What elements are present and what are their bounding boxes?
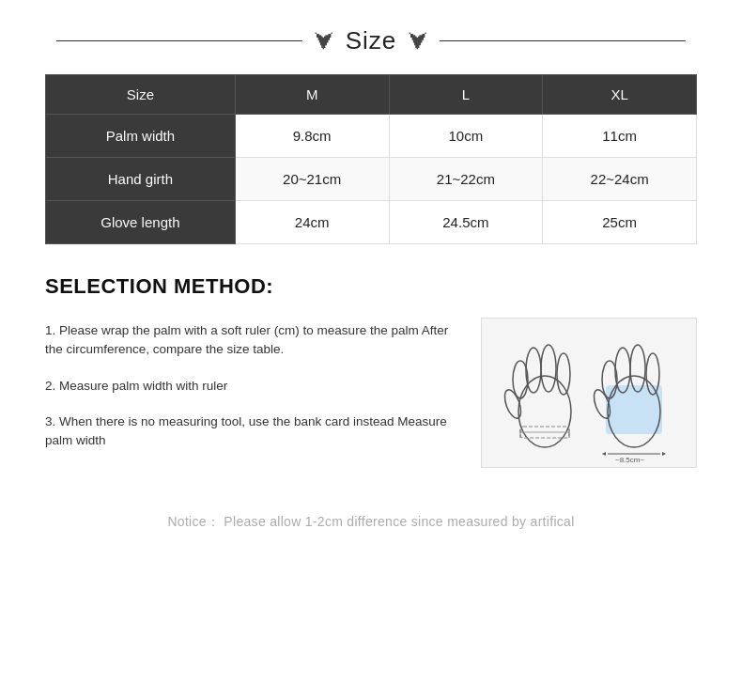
table-row: Palm width 9.8cm 10cm 11cm	[46, 115, 697, 158]
cell-girth-m: 20~21cm	[235, 158, 389, 201]
row-label-glove-length: Glove length	[46, 201, 236, 244]
cell-palm-m: 9.8cm	[235, 115, 389, 158]
hand-illustration: ~8.5cm~	[481, 318, 697, 468]
size-table: Size M L XL Palm width 9.8cm 10cm 11cm H…	[45, 74, 697, 244]
header-line-right	[440, 40, 686, 41]
step-1: 1. Please wrap the palm with a soft rule…	[45, 321, 462, 360]
col-header-size: Size	[46, 75, 236, 115]
step-3: 3. When there is no measuring tool, use …	[45, 412, 462, 451]
svg-point-2	[526, 348, 541, 393]
header-title: Size	[346, 26, 397, 55]
cell-girth-l: 21~22cm	[389, 158, 543, 201]
col-header-l: L	[389, 75, 543, 115]
svg-marker-18	[602, 452, 606, 456]
header-line-left	[56, 40, 302, 41]
svg-point-0	[518, 376, 571, 447]
chevron-left-icon[interactable]: ⮟	[314, 31, 334, 52]
table-wrapper: Size M L XL Palm width 9.8cm 10cm 11cm H…	[0, 74, 742, 244]
cell-length-xl: 25cm	[543, 201, 697, 244]
selection-content: 1. Please wrap the palm with a soft rule…	[45, 318, 697, 468]
cell-palm-l: 10cm	[389, 115, 543, 158]
svg-point-14	[630, 345, 645, 392]
svg-point-5	[502, 388, 524, 421]
hand-svg: ~8.5cm~	[490, 322, 688, 463]
row-label-palm-width: Palm width	[46, 115, 236, 158]
notice-text: Notice： Please allow 1-2cm difference si…	[167, 514, 574, 529]
cell-length-l: 24.5cm	[389, 201, 543, 244]
selection-section: SELECTION METHOD: 1. Please wrap the pal…	[0, 274, 742, 490]
svg-point-4	[557, 353, 570, 395]
svg-text:~8.5cm~: ~8.5cm~	[615, 456, 644, 463]
selection-title: SELECTION METHOD:	[45, 274, 697, 299]
row-label-hand-girth: Hand girth	[46, 158, 236, 201]
step-2: 2. Measure palm width with ruler	[45, 377, 462, 396]
chevron-right-icon[interactable]: ⮟	[408, 31, 428, 52]
cell-girth-xl: 22~24cm	[543, 158, 697, 201]
cell-length-m: 24cm	[235, 201, 389, 244]
cell-palm-xl: 11cm	[543, 115, 697, 158]
selection-text: 1. Please wrap the palm with a soft rule…	[45, 318, 462, 450]
table-row: Hand girth 20~21cm 21~22cm 22~24cm	[46, 158, 697, 201]
col-header-m: M	[235, 75, 389, 115]
notice-row: Notice： Please allow 1-2cm difference si…	[0, 490, 742, 561]
header-row: ⮟ Size ⮟	[0, 0, 742, 74]
table-row: Glove length 24cm 24.5cm 25cm	[46, 201, 697, 244]
svg-point-3	[541, 345, 556, 392]
svg-marker-19	[662, 452, 666, 456]
col-header-xl: XL	[543, 75, 697, 115]
